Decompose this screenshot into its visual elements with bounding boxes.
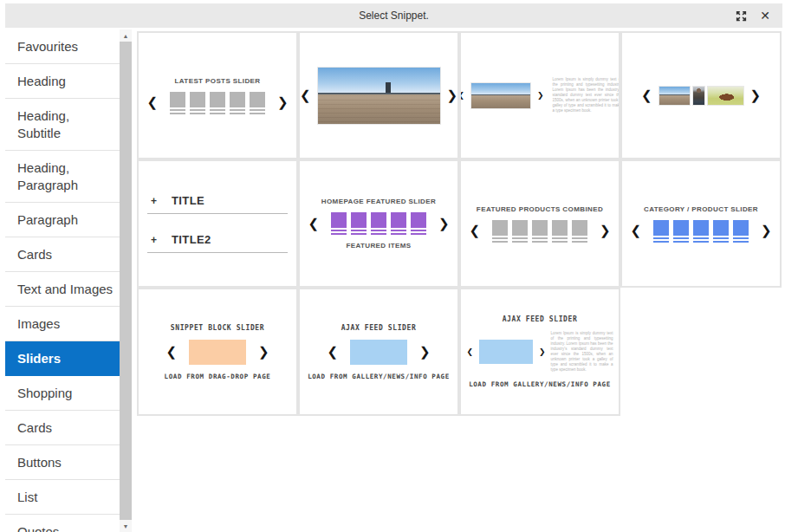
image-thumbnails [658,86,744,106]
snippet-ajax-feed-slider[interactable]: AJAX FEED SLIDER ❮ ❯ LOAD FROM GALLERY/N… [298,288,459,416]
category-thumbnails [653,220,749,243]
snippet-title: HOMEPAGE FEATURED SLIDER [321,198,436,205]
chevron-left-icon: ❮ [300,89,311,102]
snippet-title: CATEGORY / PRODUCT SLIDER [644,205,758,213]
scroll-up-icon[interactable]: ▲ [120,29,132,42]
snippet-block-slider[interactable]: SNIPPET BLOCK SLIDER ❮ ❯ LOAD FROM DRAG-… [137,288,298,416]
placeholder-text: Lorem Ipsum is simply dummy text of the … [553,77,620,114]
beach-photo [658,86,691,106]
chevron-left-icon: ❮ [146,96,158,109]
chevron-right-icon: ❯ [539,348,546,356]
accordion-title: TITLE2 [172,233,211,246]
chevron-left-icon: ❮ [165,346,177,359]
sidebar-item-paragraph[interactable]: Paragraph [5,203,120,237]
snippet-caption: LOAD FROM DRAG-DROP PAGE [165,373,271,380]
sidebar-item-text-and-images[interactable]: Text and Images [5,272,120,307]
category-list: Favourites Heading Heading, Subtitle Hea… [5,29,120,532]
snippet-block-placeholder [189,340,246,365]
close-icon[interactable]: ✕ [758,9,772,23]
chevron-left-icon: ❮ [469,224,480,237]
chevron-left-icon: ❮ [641,89,652,102]
chevron-right-icon: ❯ [761,224,772,237]
accordion-row: + TITLE2 [147,233,288,253]
chevron-left-icon: ❮ [308,217,319,230]
placeholder-text: Lorem Ipsum is simply dummy text of the … [551,331,613,373]
sidebar-item-shopping[interactable]: Shopping [5,376,120,411]
dialog-header: Select Snippet. ✕ [5,3,782,28]
sidebar-item-images[interactable]: Images [5,307,120,341]
chevron-right-icon: ❯ [750,89,762,102]
sidebar-item-heading-paragraph[interactable]: Heading, Paragraph [5,151,120,203]
snippet-title: LATEST POSTS SLIDER [174,77,260,85]
snippet-title: SNIPPET BLOCK SLIDER [171,324,264,332]
snippet-title: AJAX FEED SLIDER [341,324,417,332]
sidebar-item-buttons[interactable]: Buttons [5,445,120,480]
scrollbar-thumb[interactable] [120,42,132,520]
plus-icon: + [151,234,157,246]
post-thumbnails [170,92,265,114]
cow-photo [707,86,744,106]
category-sidebar: Favourites Heading Heading, Subtitle Hea… [5,29,132,532]
chevron-left-icon: ❮ [459,92,464,100]
snippet-image-text-slider[interactable]: ❮ ❯ Lorem Ipsum is simply dummy text of … [459,31,620,159]
chevron-right-icon: ❯ [537,92,544,100]
chevron-left-icon: ❮ [630,224,641,237]
sidebar-item-cards-2[interactable]: Cards [5,411,120,445]
sidebar-item-heading-subtitle[interactable]: Heading, Subtitle [5,99,120,151]
snippet-title: AJAX FEED SLIDER [503,315,578,323]
snippet-ajax-feed-slider-text[interactable]: AJAX FEED SLIDER ❮ ❯ Lorem Ipsum is simp… [459,288,620,416]
product-thumbnails [492,220,587,243]
snippet-caption: LOAD FROM GALLERY/NEWS/INFO PAGE [308,373,450,380]
snippet-latest-posts-slider[interactable]: LATEST POSTS SLIDER ❮ ❯ [137,31,298,159]
snippet-multi-image-slider[interactable]: ❮ ❯ [620,31,782,159]
plus-icon: + [151,195,157,207]
empty-grid-slot [620,288,782,416]
chevron-right-icon: ❯ [600,224,611,237]
sidebar-item-quotes[interactable]: Quotes [5,515,120,532]
featured-thumbnails [331,212,426,235]
feed-placeholder [479,340,533,364]
snippet-title: FEATURED PRODUCTS COMBINED [477,205,603,213]
accordion-row: + TITLE [147,194,288,214]
chevron-right-icon: ❯ [277,96,289,109]
snippet-grid: LATEST POSTS SLIDER ❮ ❯ ❮ ❯ [137,31,782,416]
snippet-homepage-featured-slider[interactable]: HOMEPAGE FEATURED SLIDER ❮ ❯ FEATURED IT… [298,159,459,288]
accordion-preview: + TITLE + TITLE2 [147,194,288,253]
expand-icon[interactable] [734,9,748,23]
chevron-right-icon: ❯ [438,217,450,230]
chevron-left-icon: ❮ [466,348,473,356]
sidebar-item-heading[interactable]: Heading [5,64,120,99]
sidebar-item-cards[interactable]: Cards [5,237,120,272]
select-snippet-dialog: Select Snippet. ✕ Favourites Heading Hea… [0,0,785,532]
sidebar-item-favourites[interactable]: Favourites [5,29,120,64]
feed-placeholder [350,340,407,365]
header-actions: ✕ [734,3,772,28]
sidebar-item-list[interactable]: List [5,480,120,515]
dialog-title: Select Snippet. [5,3,782,28]
chevron-right-icon: ❯ [447,89,458,102]
beach-photo [317,67,441,125]
chevron-right-icon: ❯ [419,346,431,359]
snippet-image-slider[interactable]: ❮ ❯ [298,31,459,159]
portrait-photo [692,86,705,106]
snippet-accordion-titles[interactable]: + TITLE + TITLE2 [137,159,298,288]
chevron-left-icon: ❮ [327,346,338,359]
accordion-title: TITLE [172,194,204,207]
chevron-right-icon: ❯ [258,346,269,359]
snippet-featured-products-combined[interactable]: FEATURED PRODUCTS COMBINED ❮ ❯ [459,159,620,288]
snippet-category-product-slider[interactable]: CATEGORY / PRODUCT SLIDER ❮ ❯ [620,159,782,288]
snippet-caption: LOAD FROM GALLERY/NEWS/INFO PAGE [469,380,611,388]
sidebar-scrollbar[interactable]: ▲ ▼ [120,29,132,532]
scroll-down-icon[interactable]: ▼ [120,520,132,532]
beach-photo [470,82,531,109]
sidebar-item-sliders[interactable]: Sliders [5,341,120,376]
snippet-caption: FEATURED ITEMS [346,242,411,250]
